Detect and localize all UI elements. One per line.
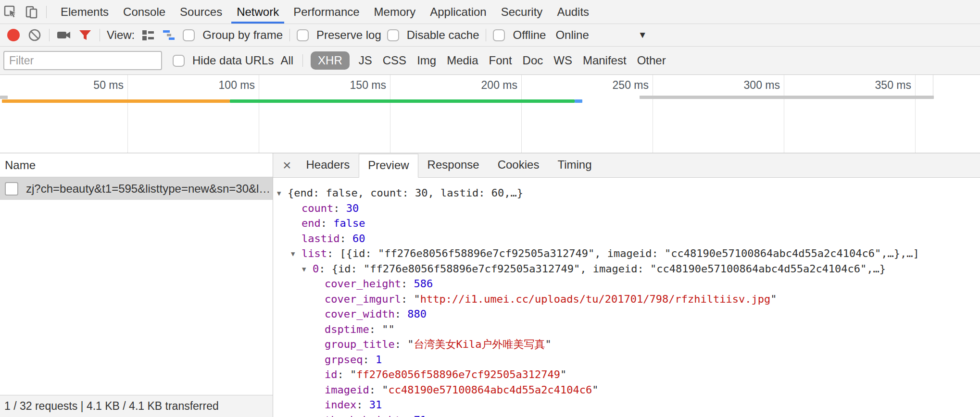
detail-tab-headers[interactable]: Headers [297, 153, 359, 177]
filter-type-all[interactable]: All [280, 54, 293, 67]
separator [100, 29, 100, 41]
filter-input[interactable] [3, 51, 162, 70]
tab-security[interactable]: Security [494, 0, 550, 24]
tree-row[interactable]: imageid: "cc48190e57100864abc4d55a2c4104… [273, 382, 980, 398]
main-tab-bar: ElementsConsoleSourcesNetworkPerformance… [0, 0, 980, 24]
ruler-gridline [390, 75, 390, 153]
detail-tab-timing[interactable]: Timing [548, 153, 601, 177]
tree-row[interactable]: ▼0: {id: "ff276e8056f58896e7cf92505a3127… [273, 261, 980, 277]
request-bar-short [0, 96, 8, 99]
filter-type-css[interactable]: CSS [383, 54, 406, 67]
tab-memory[interactable]: Memory [367, 0, 423, 24]
json-text: : [395, 338, 408, 350]
hide-data-urls-checkbox[interactable] [173, 55, 185, 67]
devtools-window: ElementsConsoleSourcesNetworkPerformance… [0, 0, 980, 417]
json-text: : [395, 308, 408, 320]
tree-row[interactable]: cover_height: 586 [273, 276, 980, 292]
tree-row[interactable]: ▼{end: false, count: 30, lastid: 60,…} [273, 185, 980, 201]
ruler-gridline [521, 75, 522, 153]
device-toolbar-icon[interactable] [21, 0, 42, 24]
tree-row[interactable]: cover_width: 880 [273, 307, 980, 322]
detail-tab-preview[interactable]: Preview [359, 154, 418, 178]
tree-row-partial[interactable]: thumb_height: 71 [273, 413, 980, 417]
tree-row[interactable]: end: false [273, 216, 980, 231]
filter-type-media[interactable]: Media [447, 54, 478, 67]
selected-request-waiting [2, 99, 230, 103]
json-key: count [302, 202, 333, 214]
filter-type-img[interactable]: Img [417, 54, 436, 67]
detail-tab-response[interactable]: Response [418, 153, 489, 177]
tree-row[interactable]: id: "ff276e8056f58896e7cf92505a312749" [273, 367, 980, 382]
json-string: cc48190e57100864abc4d55a2c4104c6 [388, 384, 592, 396]
filter-type-js[interactable]: JS [359, 54, 372, 67]
tab-sources[interactable]: Sources [173, 0, 229, 24]
filter-type-ws[interactable]: WS [553, 54, 572, 67]
tree-row[interactable]: ▼list: [{id: "ff276e8056f58896e7cf92505a… [273, 246, 980, 261]
tab-audits[interactable]: Audits [550, 0, 596, 24]
filter-type-font[interactable]: Font [489, 54, 512, 67]
ruler-gridline [127, 75, 128, 153]
ruler-gridline [259, 75, 259, 153]
request-row[interactable]: zj?ch=beauty&t1=595&listtype=new&sn=30&l… [0, 177, 273, 200]
network-toolbar: View: Group by frame Preserve log Disabl… [0, 24, 980, 47]
preserve-log-checkbox[interactable] [297, 29, 309, 41]
json-preview-tree[interactable]: ▼{end: false, count: 30, lastid: 60,…}co… [273, 178, 980, 417]
filter-type-doc[interactable]: Doc [523, 54, 543, 67]
tab-network[interactable]: Network [229, 0, 286, 24]
tree-row[interactable]: cover_imgurl: "http://i1.umei.cc/uploads… [273, 292, 980, 307]
request-list-empty-area [0, 200, 273, 395]
expand-triangle-icon[interactable]: ▼ [277, 186, 288, 201]
tab-console[interactable]: Console [116, 0, 173, 24]
chevron-down-icon[interactable]: ▼ [638, 30, 647, 40]
capture-screenshots-icon[interactable] [53, 24, 75, 46]
ruler-tick-label: 50 ms [51, 79, 124, 92]
separator [486, 29, 486, 41]
filter-type-xhr[interactable]: XHR [311, 51, 350, 70]
json-key: grpseq [325, 354, 363, 366]
offline-checkbox[interactable] [493, 29, 505, 41]
name-column-header[interactable]: Name [0, 153, 273, 177]
request-list-pane: Name zj?ch=beauty&t1=595&listtype=new&sn… [0, 153, 273, 417]
tab-application[interactable]: Application [423, 0, 493, 24]
filter-bar: Hide data URLs All XHRJSCSSImgMediaFontD… [0, 47, 980, 75]
json-number: false [333, 217, 365, 229]
json-text: " [382, 384, 388, 396]
clear-icon[interactable] [24, 24, 45, 46]
json-text: {id: "ff276e8056f58896e7cf92505a312749",… [332, 263, 886, 275]
disable-cache-checkbox[interactable] [387, 29, 399, 41]
filter-funnel-icon[interactable] [75, 24, 96, 46]
ruler-tick-label: 150 ms [314, 79, 386, 92]
small-request-rows-icon[interactable] [138, 24, 159, 46]
expand-triangle-icon[interactable]: ▼ [302, 262, 313, 277]
separator [49, 29, 50, 41]
detail-tab-cookies[interactable]: Cookies [489, 153, 549, 177]
tree-row[interactable]: group_title: "台湾美女Kila户外唯美写真" [273, 337, 980, 352]
json-text: [{id: "ff276e8056f58896e7cf92505a312749"… [339, 247, 919, 259]
tab-elements[interactable]: Elements [53, 0, 116, 24]
tree-row[interactable]: count: 30 [273, 201, 980, 216]
tab-performance[interactable]: Performance [286, 0, 366, 24]
json-text: : [327, 247, 340, 259]
json-number: 586 [414, 278, 433, 290]
tree-row[interactable]: dsptime: "" [273, 322, 980, 337]
record-icon[interactable] [3, 24, 24, 46]
request-checkbox[interactable] [5, 182, 18, 196]
json-text: : [321, 217, 334, 229]
tree-row[interactable]: grpseq: 1 [273, 352, 980, 368]
view-label: View: [107, 28, 135, 42]
show-overview-icon[interactable] [159, 24, 180, 46]
throttling-select[interactable]: Online [555, 28, 589, 42]
filter-type-manifest[interactable]: Manifest [583, 54, 627, 67]
expand-triangle-icon[interactable]: ▼ [291, 246, 302, 262]
group-by-frame-checkbox[interactable] [183, 29, 195, 41]
json-text: " [350, 368, 356, 380]
inspect-element-icon[interactable] [0, 0, 21, 24]
json-text: : [338, 368, 351, 380]
network-overview[interactable]: 50 ms100 ms150 ms200 ms250 ms300 ms350 m… [0, 75, 980, 153]
tree-row[interactable]: index: 31 [273, 397, 980, 413]
filter-type-other[interactable]: Other [637, 54, 666, 67]
close-icon[interactable]: × [277, 158, 297, 172]
ruler-tick-label: 200 ms [445, 79, 517, 92]
json-text: : [401, 293, 414, 305]
tree-row[interactable]: lastid: 60 [273, 231, 980, 246]
